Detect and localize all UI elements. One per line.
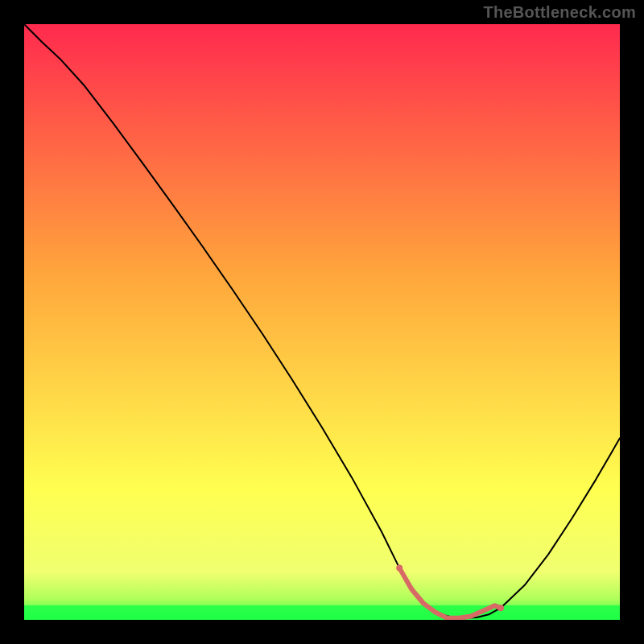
highlight-end [497, 605, 504, 611]
chart-container: TheBottleneck.com [0, 0, 644, 644]
watermark-text: TheBottleneck.com [483, 3, 636, 22]
green-zone [24, 605, 620, 620]
bottleneck-plot [24, 24, 620, 620]
highlight-end [396, 565, 402, 572]
plot-background [24, 24, 620, 620]
plot-svg [24, 24, 620, 620]
